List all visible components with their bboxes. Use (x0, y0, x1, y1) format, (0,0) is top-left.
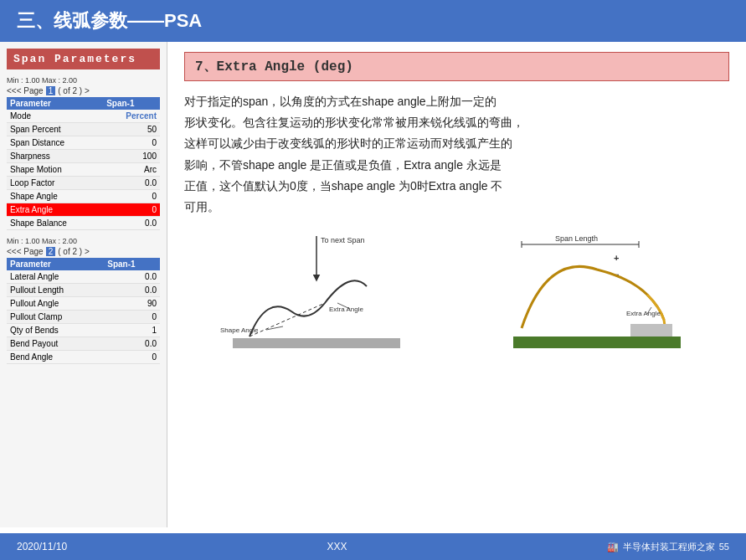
content-block: 对于指定的span，以角度的方式在shape angle上附加一定的 形状变化。… (184, 91, 729, 218)
page-prev-2[interactable]: <<< Page (7, 247, 44, 256)
footer-logo-icon: 🏭 (607, 542, 619, 552)
page-prev-1[interactable]: <<< Page (7, 86, 44, 95)
svg-text:Extra Angle: Extra Angle (329, 306, 363, 313)
table-value: Percent (103, 110, 160, 123)
page-header: 三、线弧参数——PSA (0, 0, 746, 42)
table-value: 0 (103, 190, 160, 203)
svg-text:Shape Angle: Shape Angle (220, 326, 259, 334)
page-title: 三、线弧参数——PSA (17, 8, 202, 33)
table-value: 0.0 (103, 177, 160, 190)
pagination-2: Min : 1.00 Max : 2.00 (7, 237, 160, 245)
footer-date: 2020/11/10 (17, 541, 67, 552)
page-num-1: 1 (46, 86, 56, 95)
table-value: 0.0 (104, 284, 160, 297)
diagram-left: To next Span Shape Angle Extra Angle (184, 228, 449, 353)
svg-rect-8 (233, 338, 400, 348)
table-value: Arc (103, 163, 160, 177)
table-row: Bend Angle (7, 351, 104, 364)
table-row: Pullout Clamp (7, 311, 104, 324)
diagram-right: Span Length + − Extra Angle (466, 228, 730, 353)
table-row: Mode (7, 110, 103, 123)
table-value: 0.0 (104, 337, 160, 351)
table-row: Span Percent (7, 123, 103, 136)
table-row: Shape Angle (7, 190, 103, 203)
footer-center: XXX (327, 541, 347, 552)
main-content: Span Parameters Min : 1.00 Max : 2.00 <<… (0, 42, 746, 527)
footer-page: 55 (719, 542, 729, 552)
col-header-param-2: Parameter (7, 258, 104, 270)
table-value: 0.0 (104, 270, 160, 284)
col-header-param-1: Parameter (7, 97, 103, 110)
table-row: Extra Angle (7, 203, 103, 217)
table-value: 0 (103, 136, 160, 150)
table-value: 0 (104, 351, 160, 364)
svg-line-2 (250, 303, 325, 337)
table-value: 0.0 (103, 217, 160, 230)
table-row: Pullout Length (7, 284, 104, 297)
page-of-1: ( of 2 ) > (58, 86, 90, 95)
table-value: 0 (103, 203, 160, 217)
para5: 正值，这个值默认为0度，当shape angle 为0时Extra angle … (184, 179, 502, 193)
table-value: 100 (103, 150, 160, 163)
para3: 这样可以减少由于改变线弧的形状时的正常运动而对线弧产生的 (184, 136, 512, 150)
table-row: Lateral Angle (7, 270, 104, 284)
svg-rect-18 (630, 324, 672, 337)
table-row: Bend Payout (7, 337, 104, 351)
pagination-1: Min : 1.00 Max : 2.00 (7, 76, 160, 85)
footer-logo: 🏭 半导体封装工程师之家 55 (607, 541, 729, 553)
table-row: Shape Balance (7, 217, 103, 230)
section-header: 7、Extra Angle (deg) (184, 52, 729, 81)
min-max-1: Min : 1.00 Max : 2.00 (7, 76, 77, 85)
footer-logo-text: 半导体封装工程师之家 (623, 541, 715, 553)
para6: 可用。 (184, 200, 219, 213)
col-header-span-1: Span-1 (103, 97, 160, 110)
page-nav-2[interactable]: <<< Page 2 ( of 2 ) > (7, 247, 160, 256)
param-table-1: Parameter Span-1 ModePercentSpan Percent… (7, 97, 160, 230)
diagram-area: To next Span Shape Angle Extra Angle (184, 228, 729, 353)
para1: 对于指定的span，以角度的方式在shape angle上附加一定的 (184, 95, 496, 108)
table-value: 1 (104, 324, 160, 337)
table-row: Shape Motion (7, 163, 103, 177)
table-row: Span Distance (7, 136, 103, 150)
table-row: Pullout Angle (7, 297, 104, 311)
para4: 影响，不管shape angle 是正值或是负值，Extra angle 永远是 (184, 158, 502, 172)
svg-rect-17 (513, 337, 681, 348)
svg-text:+: + (614, 253, 619, 263)
para2: 形状变化。包含往复运动的形状变化常常被用来锐化线弧的弯曲， (184, 116, 524, 129)
svg-text:To next Span: To next Span (321, 236, 365, 244)
svg-text:Extra Angle: Extra Angle (626, 310, 661, 317)
min-max-2: Min : 1.00 Max : 2.00 (7, 237, 77, 245)
page-nav-1[interactable]: <<< Page 1 ( of 2 ) > (7, 86, 160, 95)
right-panel: 7、Extra Angle (deg) 对于指定的span，以角度的方式在sha… (167, 42, 746, 527)
table-row: Sharpness (7, 150, 103, 163)
left-panel: Span Parameters Min : 1.00 Max : 2.00 <<… (0, 42, 167, 527)
page-num-2: 2 (46, 247, 56, 256)
table-row: Qty of Bends (7, 324, 104, 337)
col-header-span-2: Span-1 (104, 258, 160, 270)
svg-text:Span Length: Span Length (555, 234, 598, 243)
table-row: Loop Factor (7, 177, 103, 190)
param-table-2: Parameter Span-1 Lateral Angle0.0Pullout… (7, 258, 160, 364)
table-value: 50 (103, 123, 160, 136)
page-footer: 2020/11/10 XXX 🏭 半导体封装工程师之家 55 (0, 533, 746, 560)
table-value: 0 (104, 311, 160, 324)
page-of-2: ( of 2 ) > (58, 247, 90, 256)
span-params-title: Span Parameters (7, 49, 160, 69)
table-value: 90 (104, 297, 160, 311)
svg-line-4 (266, 326, 283, 330)
